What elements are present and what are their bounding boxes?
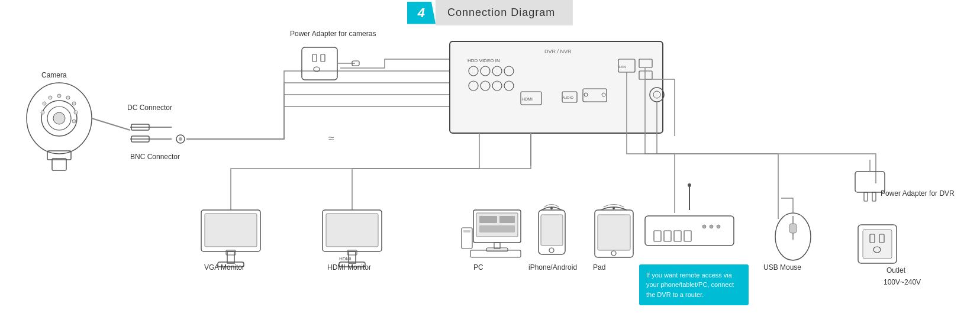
svg-text:HDMI: HDMI bbox=[522, 97, 533, 101]
outlet-label: Outlet bbox=[886, 266, 905, 276]
power-adapter-cameras bbox=[302, 47, 359, 80]
svg-rect-62 bbox=[326, 214, 378, 247]
hdmi-monitor-label: HDMI Monitor bbox=[327, 263, 371, 273]
svg-point-86 bbox=[688, 183, 691, 187]
svg-point-11 bbox=[41, 111, 44, 114]
connectors bbox=[130, 124, 185, 143]
dvr-unit: HDMI LAN AUDIO HDD VIDEO IN DVR / NVR bbox=[450, 41, 664, 133]
iphone-android-label: iPhone/Android bbox=[528, 263, 577, 273]
svg-rect-70 bbox=[499, 216, 515, 223]
camera-device bbox=[27, 83, 130, 170]
pad-device bbox=[595, 205, 633, 258]
outlet bbox=[858, 225, 897, 263]
svg-rect-82 bbox=[598, 215, 630, 250]
svg-point-20 bbox=[179, 137, 182, 141]
svg-rect-57 bbox=[205, 214, 257, 247]
svg-text:HDMI: HDMI bbox=[339, 256, 351, 261]
vga-monitor-label: VGA Monitor bbox=[204, 263, 244, 273]
svg-rect-78 bbox=[541, 215, 563, 246]
svg-point-9 bbox=[74, 111, 78, 114]
camera-label: Camera bbox=[41, 71, 67, 80]
svg-rect-75 bbox=[463, 230, 470, 232]
power-adapter-cameras-label: Power Adapter for cameras bbox=[290, 30, 376, 39]
iphone-android bbox=[539, 205, 565, 255]
svg-rect-91 bbox=[684, 231, 691, 241]
svg-rect-25 bbox=[321, 54, 325, 62]
router-device bbox=[645, 183, 734, 246]
power-adapter-dvr-label: Power Adapter for DVR bbox=[881, 189, 955, 199]
svg-point-93 bbox=[710, 225, 713, 228]
svg-point-80 bbox=[550, 207, 553, 209]
svg-point-92 bbox=[702, 225, 706, 228]
bnc-connector-label: BNC Connector bbox=[130, 153, 180, 162]
svg-rect-13 bbox=[52, 159, 66, 170]
svg-point-8 bbox=[72, 102, 76, 105]
svg-point-83 bbox=[611, 251, 616, 256]
svg-text:LAN: LAN bbox=[619, 65, 626, 69]
svg-text:HDD VIDEO IN: HDD VIDEO IN bbox=[468, 58, 500, 63]
svg-point-79 bbox=[549, 248, 554, 253]
svg-line-14 bbox=[92, 118, 130, 130]
svg-rect-69 bbox=[479, 216, 497, 223]
svg-text:≈: ≈ bbox=[328, 133, 334, 144]
svg-rect-97 bbox=[789, 224, 797, 233]
svg-rect-88 bbox=[654, 231, 661, 241]
info-box-text: If you want remote access via your phone… bbox=[646, 272, 734, 298]
svg-point-7 bbox=[66, 96, 70, 99]
vga-monitor bbox=[201, 210, 260, 267]
svg-rect-58 bbox=[227, 251, 234, 263]
svg-text:AUDIO: AUDIO bbox=[562, 96, 573, 99]
pad-label: Pad bbox=[593, 263, 605, 273]
pc-device bbox=[462, 210, 521, 257]
usb-mouse-label: USB Mouse bbox=[763, 263, 801, 273]
svg-rect-103 bbox=[863, 230, 892, 259]
svg-point-6 bbox=[57, 94, 61, 98]
hdmi-monitor: HDMI bbox=[323, 210, 382, 267]
svg-rect-90 bbox=[674, 231, 681, 241]
svg-point-84 bbox=[612, 207, 615, 209]
usb-mouse bbox=[775, 198, 811, 260]
svg-rect-29 bbox=[450, 41, 663, 133]
dc-connector-label: DC Connector bbox=[127, 104, 172, 113]
svg-rect-99 bbox=[864, 192, 868, 201]
svg-rect-100 bbox=[872, 192, 876, 201]
svg-point-3 bbox=[53, 112, 65, 124]
svg-rect-24 bbox=[312, 54, 317, 62]
pc-label: PC bbox=[473, 263, 483, 273]
svg-point-94 bbox=[717, 225, 720, 228]
svg-rect-23 bbox=[302, 47, 337, 80]
voltage-label: 100V~240V bbox=[884, 278, 921, 288]
svg-rect-71 bbox=[479, 225, 515, 232]
svg-point-4 bbox=[43, 102, 46, 105]
svg-text:DVR / NVR: DVR / NVR bbox=[544, 49, 572, 54]
svg-point-5 bbox=[49, 96, 52, 99]
info-box: If you want remote access via your phone… bbox=[639, 264, 749, 306]
svg-point-10 bbox=[72, 119, 76, 123]
svg-rect-89 bbox=[664, 231, 671, 241]
